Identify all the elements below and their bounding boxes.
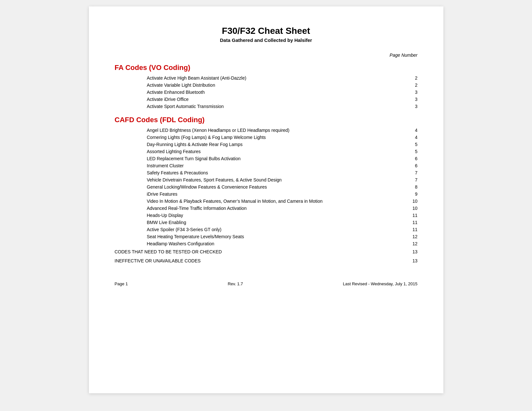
toc-entry-page: 6 <box>405 156 418 161</box>
toc-entry-page: 10 <box>405 206 418 211</box>
toc-entry-page: 9 <box>405 191 418 197</box>
document-title: F30/F32 Cheat Sheet <box>115 26 418 36</box>
toc-entry-text: Advanced Real-Time Traffic Information A… <box>115 206 405 211</box>
document-subtitle: Data Gathered and Collected by Halsifer <box>115 37 418 43</box>
toc-entry-page: 11 <box>405 227 418 232</box>
toc-entry: Safety Features & Precautions7 <box>115 169 418 176</box>
toc-entry-page: 12 <box>405 241 418 246</box>
toc-entry-text: Day-Running Lights & Activate Rear Fog L… <box>115 142 405 147</box>
page-number-label: Page Number <box>115 53 418 58</box>
toc-entry-text: Video In Motion & Playback Features, Own… <box>115 199 405 204</box>
toc-entry-text: Heads-Up Display <box>115 213 405 218</box>
toc-entry: Activate Sport Automatic Transmission3 <box>115 103 418 110</box>
toc-entry: Seat Heating Temperature Levels/Memory S… <box>115 233 418 240</box>
toc-entry-text: Activate Enhanced Bluetooth <box>115 90 405 95</box>
toc-entry: Active Spoiler (F34 3-Series GT only)11 <box>115 226 418 233</box>
toc-entry-page: 12 <box>405 234 418 239</box>
toc-entry-text: Angel LED Brightness (Xenon Headlamps or… <box>115 128 405 133</box>
toc-entry: Advanced Real-Time Traffic Information A… <box>115 205 418 212</box>
toc-entry-text: Activate iDrive Office <box>115 97 405 102</box>
footer-last-revised: Last Revised - Wednesday, July 1, 2015 <box>343 281 417 286</box>
toc-entry: LED Replacement Turn Signal Bulbs Activa… <box>115 155 418 162</box>
toc-entry-page: 7 <box>405 170 418 175</box>
section-heading-cafd-codes: CAFD Codes (FDL Coding) <box>115 116 418 124</box>
footer-revision: Rev. 1.7 <box>228 281 243 286</box>
toc-entry-text: General Locking/Window Features & Conven… <box>115 184 405 190</box>
toc-entry-text: Seat Heating Temperature Levels/Memory S… <box>115 234 405 239</box>
toc-entry: Angel LED Brightness (Xenon Headlamps or… <box>115 127 418 134</box>
toc-entry-page: 11 <box>405 213 418 218</box>
toc-entry-text: Headlamp Washers Configuration <box>115 241 405 246</box>
toc-entry: Activate Active High Beam Assistant (Ant… <box>115 74 418 82</box>
footer-page-label: Page 1 <box>115 281 128 286</box>
toc-entry-text: Safety Features & Precautions <box>115 170 405 175</box>
toc-entry: Activate iDrive Office3 <box>115 96 418 103</box>
toc-entry-page: 5 <box>405 149 418 154</box>
toc-entry: Day-Running Lights & Activate Rear Fog L… <box>115 141 418 148</box>
toc-entry: Instrument Cluster6 <box>115 162 418 169</box>
document-header: F30/F32 Cheat Sheet Data Gathered and Co… <box>115 26 418 43</box>
toc-entry-page: 6 <box>405 163 418 168</box>
document-page: F30/F32 Cheat Sheet Data Gathered and Co… <box>89 6 443 393</box>
standalone-toc-entry-text: CODES THAT NEED TO BE TESTED OR CHECKED <box>115 249 405 254</box>
toc-entry: Vehicle Drivetrain Features, Sport Featu… <box>115 176 418 183</box>
toc-entry-page: 7 <box>405 177 418 182</box>
toc-entry-page: 10 <box>405 199 418 204</box>
toc-entry: Activate Variable Light Distribution2 <box>115 82 418 89</box>
toc-entry: Headlamp Washers Configuration12 <box>115 240 418 247</box>
toc-entry-text: BMW Live Enabling <box>115 220 405 225</box>
toc-entry-page: 3 <box>405 97 418 102</box>
toc-entry: Activate Enhanced Bluetooth3 <box>115 89 418 96</box>
toc-entry-text: Assorted Lighting Features <box>115 149 405 154</box>
toc-entry: General Locking/Window Features & Conven… <box>115 183 418 191</box>
standalone-toc-entry-page: 13 <box>405 258 418 263</box>
toc-entry: Assorted Lighting Features5 <box>115 148 418 155</box>
toc-entry-page: 3 <box>405 104 418 109</box>
toc-entry-page: 11 <box>405 220 418 225</box>
section-heading-fa-codes: FA Codes (VO Coding) <box>115 64 418 72</box>
toc-entry-text: Active Spoiler (F34 3-Series GT only) <box>115 227 405 232</box>
toc-entry-text: LED Replacement Turn Signal Bulbs Activa… <box>115 156 405 161</box>
standalone-toc-entry: CODES THAT NEED TO BE TESTED OR CHECKED1… <box>115 247 418 256</box>
toc-entry: Cornering Lights (Fog Lamps) & Fog Lamp … <box>115 134 418 141</box>
toc-entry-page: 3 <box>405 90 418 95</box>
toc-entry-text: Activate Sport Automatic Transmission <box>115 104 405 109</box>
toc-entry: BMW Live Enabling11 <box>115 219 418 226</box>
standalone-toc-entry-page: 13 <box>405 249 418 254</box>
toc-entry-page: 2 <box>405 75 418 81</box>
toc-entry-page: 8 <box>405 184 418 190</box>
toc-entry-page: 2 <box>405 83 418 88</box>
toc-entry-text: Instrument Cluster <box>115 163 405 168</box>
standalone-toc-entry: INEFFECTIVE OR UNAVAILABLE CODES13 <box>115 256 418 265</box>
standalone-toc-entry-text: INEFFECTIVE OR UNAVAILABLE CODES <box>115 258 405 263</box>
toc-entry: iDrive Features9 <box>115 191 418 198</box>
toc-entry: Video In Motion & Playback Features, Own… <box>115 198 418 205</box>
document-footer: Page 1 Rev. 1.7 Last Revised - Wednesday… <box>115 278 418 286</box>
toc-entry-text: iDrive Features <box>115 191 405 197</box>
toc-entry-page: 4 <box>405 128 418 133</box>
toc-entry-text: Activate Variable Light Distribution <box>115 83 405 88</box>
toc-entry-text: Activate Active High Beam Assistant (Ant… <box>115 75 405 81</box>
toc-entry-page: 4 <box>405 135 418 140</box>
toc-entry: Heads-Up Display11 <box>115 212 418 219</box>
toc-entry-text: Vehicle Drivetrain Features, Sport Featu… <box>115 177 405 182</box>
toc-entry-page: 5 <box>405 142 418 147</box>
toc-entry-text: Cornering Lights (Fog Lamps) & Fog Lamp … <box>115 135 405 140</box>
table-of-contents: FA Codes (VO Coding)Activate Active High… <box>115 64 418 265</box>
